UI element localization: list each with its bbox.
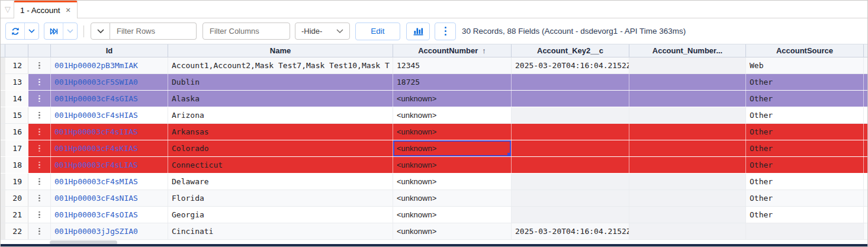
cell-accountsource[interactable]: Other [746,157,864,173]
cell-accountnumber[interactable]: <unknown> [393,174,512,190]
cell-account-key2[interactable]: 2025-03-20T04:16:04.2152Z [512,57,629,73]
collapse-triangle-icon[interactable]: ▽ [5,5,11,14]
cell-name[interactable]: Delaware [168,174,393,190]
filter-options-button[interactable] [91,23,110,40]
cell-name[interactable]: Cincinati [168,223,393,239]
row-menu-button[interactable] [28,190,51,206]
cell-accountsource[interactable]: Other [746,174,864,190]
cell-account-key2[interactable] [512,74,629,90]
header-name[interactable]: Name [168,44,393,57]
cell-account-number[interactable] [629,190,746,206]
cell-accountnumber[interactable]: <unknown> [393,91,512,107]
cell-name[interactable]: Account1,Account2,Mask Test7,Mask Test10… [168,57,393,73]
refresh-dropdown-button[interactable] [25,23,38,39]
cell-accountnumber[interactable]: <unknown> [393,190,512,206]
cell-accountsource[interactable]: Web [746,57,864,73]
cell-account-key2[interactable]: 2025-03-20T04:16:04.2152Z [512,223,629,239]
cell-id[interactable]: 001Hp00003cF4sKIAS [51,140,168,156]
cell-account-key2[interactable] [512,107,629,123]
header-id[interactable]: Id [51,44,168,57]
cell-account-key2[interactable] [512,140,629,156]
cell-accountsource[interactable]: Other [746,140,864,156]
cell-accountnumber[interactable]: <unknown> [393,207,512,223]
cell-account-number[interactable] [629,57,746,73]
cell-id[interactable]: 001Hp00002pB3MmIAK [51,57,168,73]
selection-handle[interactable] [507,153,510,156]
cell-accountsource[interactable]: Other [746,107,864,123]
cell-id[interactable]: 001Hp00003jJgSZIA0 [51,223,168,239]
cell-id[interactable]: 001Hp00003cF5SWIA0 [51,74,168,90]
cell-account-number[interactable] [629,174,746,190]
cell-accountnumber[interactable]: <unknown> [393,157,512,173]
header-accountnumber[interactable]: AccountNumber ↑ [393,44,512,57]
cell-name[interactable]: Dublin [168,74,393,90]
row-menu-button[interactable] [28,207,51,223]
cell-accountsource[interactable]: Other [746,91,864,107]
cell-accountsource[interactable]: Other [746,124,864,140]
row-menu-button[interactable] [28,124,51,140]
row-menu-button[interactable] [28,57,51,73]
cell-accountsource[interactable] [746,223,864,239]
row-menu-button[interactable] [28,74,51,90]
filter-columns-input[interactable] [202,23,290,40]
cell-account-key2[interactable] [512,174,629,190]
cell-id[interactable]: 001Hp00003cF4sNIAS [51,190,168,206]
cell-account-number[interactable] [629,91,746,107]
cell-accountnumber[interactable]: <unknown> [393,140,512,156]
cell-accountsource[interactable]: Other [746,74,864,90]
cell-id[interactable]: 001Hp00003cF4sGIAS [51,91,168,107]
row-menu-button[interactable] [28,140,51,156]
cell-name[interactable]: Florida [168,190,393,206]
cell-accountnumber[interactable]: <unknown> [393,107,512,123]
cell-accountnumber[interactable]: <unknown> [393,124,512,140]
more-options-button[interactable] [435,23,456,40]
cell-account-number[interactable] [629,74,746,90]
query-all-button[interactable] [44,23,63,39]
cell-accountnumber[interactable]: 18725 [393,74,512,90]
cell-account-key2[interactable] [512,207,629,223]
cell-name[interactable]: Colorado [168,140,393,156]
row-menu-button[interactable] [28,91,51,107]
cell-name[interactable]: Arkansas [168,124,393,140]
refresh-split-button [5,23,39,40]
row-menu-button[interactable] [28,157,51,173]
cell-account-number[interactable] [629,140,746,156]
chart-button[interactable] [406,23,430,40]
cell-id[interactable]: 001Hp00003cF4sOIAS [51,207,168,223]
cell-account-number[interactable] [629,207,746,223]
cell-id[interactable]: 001Hp00003cF4sMIAS [51,174,168,190]
cell-account-number[interactable] [629,124,746,140]
filter-rows-input[interactable] [110,23,197,40]
query-more-dropdown-button[interactable] [63,23,77,39]
refresh-button[interactable] [6,23,25,39]
cell-id[interactable]: 001Hp00003cF4sIIAS [51,124,168,140]
cell-name[interactable]: Georgia [168,207,393,223]
hide-columns-select[interactable]: -Hide- [295,23,350,40]
cell-id[interactable]: 001Hp00003cF4sHIAS [51,107,168,123]
row-menu-button[interactable] [28,107,51,123]
edit-button[interactable]: Edit [355,23,400,40]
cell-account-number[interactable] [629,157,746,173]
cell-id[interactable]: 001Hp00003cF4sLIAS [51,157,168,173]
cell-account-key2[interactable] [512,190,629,206]
cell-name[interactable]: Alaska [168,91,393,107]
tab-account[interactable]: 1 - Account ✕ [14,1,78,18]
cell-account-number[interactable] [629,223,746,239]
cell-accountnumber[interactable]: <unkonwn> [393,223,512,239]
cell-account-key2[interactable] [512,157,629,173]
cell-name[interactable]: Arizona [168,107,393,123]
header-accountsource[interactable]: AccountSource [746,44,864,57]
cell-accountsource[interactable]: Other [746,207,864,223]
row-menu-button[interactable] [28,223,51,239]
cell-accountsource[interactable]: Other [746,190,864,206]
cell-account-number[interactable] [629,107,746,123]
header-account-key2[interactable]: Account_Key2__c [512,44,629,57]
row-menu-button[interactable] [28,174,51,190]
cell-accountnumber[interactable]: 12345 [393,57,512,73]
header-account-number[interactable]: Account_Number... [629,44,746,57]
cell-name[interactable]: Connecticut [168,157,393,173]
cell-account-key2[interactable] [512,124,629,140]
tab-close-icon[interactable]: ✕ [66,7,71,14]
row-sliver [864,57,868,73]
cell-account-key2[interactable] [512,91,629,107]
